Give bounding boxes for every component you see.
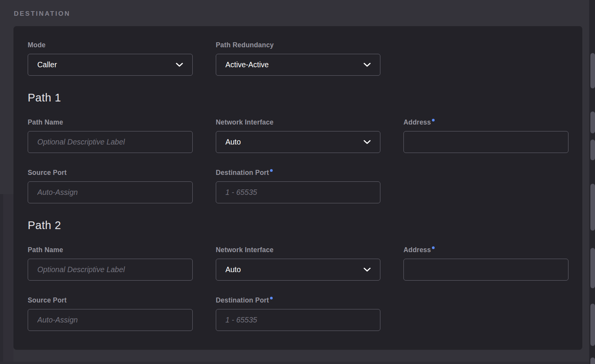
path-2-network-interface-value: Auto	[225, 265, 241, 274]
path-1-network-interface-value: Auto	[225, 138, 241, 146]
required-dot-icon	[432, 246, 435, 249]
path-2-row-1: Path Name Network Interface Auto Address	[28, 246, 568, 281]
chevron-down-icon	[176, 63, 183, 67]
path-1-name-label: Path Name	[28, 118, 193, 126]
section-title: DESTINATION	[14, 10, 70, 18]
path-2-name-label: Path Name	[28, 246, 193, 254]
path-1-network-interface-label: Network Interface	[216, 118, 380, 126]
path-2-destination-port-field: Destination Port	[216, 296, 380, 331]
path-2-address-input[interactable]	[403, 259, 568, 281]
scrollbar-thumb-segment[interactable]	[590, 140, 595, 160]
mode-label: Mode	[28, 41, 193, 49]
path-1-network-interface-field: Network Interface Auto	[216, 118, 380, 153]
path-redundancy-field: Path Redundancy Active-Active	[216, 41, 380, 76]
mode-field: Mode Caller	[28, 41, 193, 76]
path-2-network-interface-field: Network Interface Auto	[216, 246, 380, 281]
destination-settings-page: DESTINATION Mode Caller Path Redundancy …	[0, 0, 595, 364]
path-redundancy-select-value: Active-Active	[225, 60, 269, 69]
path-1-heading: Path 1	[28, 91, 568, 105]
required-dot-icon	[270, 169, 273, 172]
path-1-source-port-label: Source Port	[28, 169, 193, 176]
path-1-row-1: Path Name Network Interface Auto Address	[28, 118, 568, 153]
path-2-name-field: Path Name	[28, 246, 193, 281]
path-redundancy-label: Path Redundancy	[216, 41, 380, 49]
path-1-name-input[interactable]	[28, 131, 193, 153]
path-2-network-interface-label: Network Interface	[216, 246, 380, 254]
path-1-address-label: Address	[403, 118, 568, 126]
path-2-heading: Path 2	[28, 218, 568, 232]
path-2-source-port-field: Source Port	[28, 296, 193, 331]
path-1-source-port-input[interactable]	[28, 181, 193, 203]
path-1-address-input[interactable]	[403, 131, 568, 153]
scrollbar-thumb-segment[interactable]	[590, 357, 595, 364]
path-2-name-input[interactable]	[28, 259, 193, 281]
path-1-destination-port-label: Destination Port	[216, 169, 380, 176]
scrollbar-thumb-segment[interactable]	[590, 53, 595, 88]
mode-select[interactable]: Caller	[28, 54, 193, 76]
required-dot-icon	[432, 119, 435, 121]
path-2-destination-port-input[interactable]	[216, 309, 380, 331]
mode-select-value: Caller	[37, 60, 57, 69]
path-1-row-2: Source Port Destination Port	[28, 169, 568, 203]
chevron-down-icon	[363, 140, 371, 144]
path-1-name-field: Path Name	[28, 118, 193, 153]
background-bottom-edge	[0, 362, 595, 364]
path-2-source-port-label: Source Port	[28, 296, 193, 304]
scrollbar-thumb-segment[interactable]	[590, 184, 595, 231]
chevron-down-icon	[363, 63, 371, 67]
path-1-destination-port-field: Destination Port	[216, 169, 380, 203]
path-2-network-interface-select[interactable]: Auto	[216, 259, 380, 281]
path-1-address-field: Address	[403, 118, 568, 153]
path-2-address-field: Address	[403, 246, 568, 281]
path-2-row-2: Source Port Destination Port	[28, 296, 568, 331]
path-2-destination-port-label: Destination Port	[216, 296, 380, 304]
path-2-address-label: Address	[403, 246, 568, 254]
path-1-network-interface-select[interactable]: Auto	[216, 131, 380, 153]
path-2-source-port-input[interactable]	[28, 309, 193, 331]
destination-form-card: Mode Caller Path Redundancy Active-Activ…	[13, 26, 582, 350]
path-1-destination-port-input[interactable]	[216, 181, 380, 203]
chevron-down-icon	[363, 268, 371, 272]
scrollbar-thumb-segment[interactable]	[590, 248, 595, 288]
scrollbar-thumb-segment[interactable]	[590, 111, 595, 133]
path-redundancy-select[interactable]: Active-Active	[216, 54, 380, 76]
scrollbar-track	[589, 0, 595, 364]
scrollbar-thumb-segment[interactable]	[590, 304, 595, 346]
mode-row: Mode Caller Path Redundancy Active-Activ…	[28, 41, 568, 76]
required-dot-icon	[270, 297, 273, 299]
path-1-source-port-field: Source Port	[28, 169, 193, 203]
background-panel-edge	[0, 194, 3, 364]
